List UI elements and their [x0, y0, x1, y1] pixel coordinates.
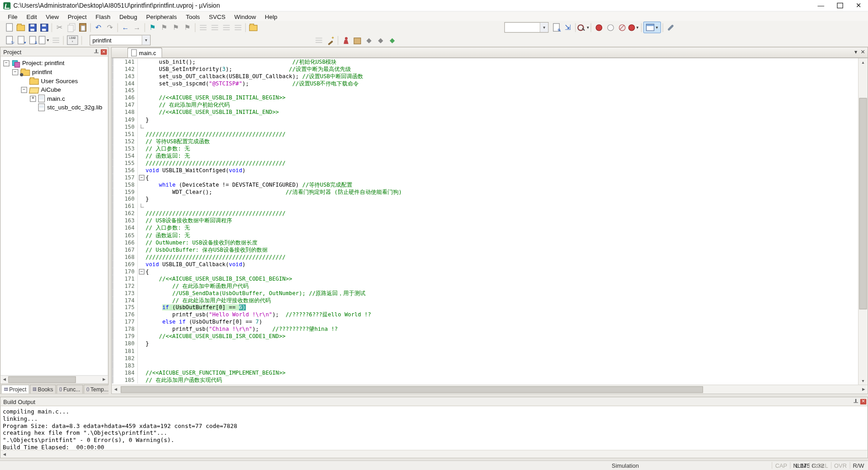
code-text[interactable]: {: [146, 268, 858, 275]
code-text[interactable]: [146, 123, 858, 131]
new-file-button[interactable]: [3, 22, 15, 33]
hscroll-thumb[interactable]: [121, 386, 703, 393]
code-text[interactable]: // 入口参数: 无: [146, 224, 858, 231]
code-text[interactable]: //<<AICUBE_USER_USBLIB_ISR_CODE1_END>>: [146, 333, 858, 340]
code-line-159[interactable]: 159 WDT_Clear(); //清看门狗定时器 (防止硬件自动使能看门狗): [112, 188, 858, 195]
tree-item-stc-usb-cdc-32g-lib[interactable]: stc_usb_cdc_32g.lib: [0, 103, 108, 112]
disable-all-breakpoints-button[interactable]: [616, 22, 628, 33]
fold-margin[interactable]: −: [137, 174, 146, 181]
code-line-166[interactable]: 166// OutNumber: USB设备接收到的数据长度: [112, 239, 858, 246]
code-text[interactable]: // 在此添加用户函数实现代码: [146, 376, 858, 383]
fold-margin[interactable]: −: [137, 268, 146, 275]
fold-margin[interactable]: [137, 131, 146, 138]
code-text[interactable]: // 函数返回: 无: [146, 152, 858, 160]
editor-vscrollbar[interactable]: ▲ ▼: [858, 58, 868, 385]
fold-margin[interactable]: [137, 138, 146, 145]
code-line-169[interactable]: 169void USBLIB_OUT_Callback(void): [112, 260, 858, 268]
code-line-181[interactable]: 181: [112, 347, 858, 354]
find-in-files-button[interactable]: [247, 22, 259, 33]
undo-button[interactable]: ↶: [92, 22, 104, 33]
fold-margin[interactable]: [137, 325, 146, 333]
incremental-find-button[interactable]: ⇲: [562, 22, 574, 33]
code-text[interactable]: if (UsbOutBuffer[0] == 6): [146, 304, 858, 311]
code-text[interactable]: // USB设备接收数据中断回调程序: [146, 217, 858, 224]
code-line-176[interactable]: 176 printf_usb("Hello World !\r\n"); //?…: [112, 311, 858, 318]
menu-view[interactable]: View: [41, 13, 63, 20]
navigate-back-button[interactable]: ←: [119, 22, 131, 33]
code-line-171[interactable]: 171 //<<AICUBE_USER_USBLIB_ISR_CODE1_BEG…: [112, 275, 858, 282]
code-text[interactable]: ////////////////////////////////////////…: [146, 210, 858, 217]
menu-flash[interactable]: Flash: [91, 13, 115, 20]
rebuild-all-button[interactable]: ⇊: [27, 35, 38, 45]
fold-margin[interactable]: [137, 160, 146, 167]
code-line-144[interactable]: 144 set_usb_ispcmd("@STCISP#"); //设置USB不…: [112, 80, 858, 87]
scroll-right-icon[interactable]: ▶: [860, 386, 868, 393]
fold-margin[interactable]: [137, 231, 146, 239]
pin-icon[interactable]: [853, 399, 858, 404]
code-text[interactable]: ////////////////////////////////////////…: [146, 131, 858, 138]
save-button[interactable]: [27, 22, 38, 33]
scroll-up-icon[interactable]: ▲: [859, 58, 868, 66]
fold-margin[interactable]: [137, 145, 146, 152]
code-line-145[interactable]: 145: [112, 87, 858, 94]
code-line-173[interactable]: 173 //USB_SendData(UsbOutBuffer, OutNumb…: [112, 289, 858, 296]
code-line-183[interactable]: 183: [112, 362, 858, 369]
cut-button[interactable]: ✂: [54, 22, 66, 33]
minus-expander-icon[interactable]: −: [12, 69, 18, 75]
fold-margin[interactable]: [137, 109, 146, 116]
code-line-184[interactable]: 184//<<AICUBE_USER_FUNCTION_IMPLEMENT_BE…: [112, 369, 858, 376]
fold-margin[interactable]: [137, 239, 146, 246]
fold-margin[interactable]: [137, 304, 146, 311]
fold-margin[interactable]: [137, 347, 146, 354]
comment-selection-button[interactable]: [220, 22, 232, 33]
unindent-button[interactable]: [197, 22, 209, 33]
menu-peripherals[interactable]: Peripherals: [142, 13, 181, 20]
fold-margin[interactable]: [137, 340, 146, 347]
uncomment-selection-button[interactable]: [232, 22, 244, 33]
fold-margin[interactable]: [137, 58, 146, 66]
select-packs-button[interactable]: ◆: [387, 35, 398, 45]
code-text[interactable]: WDT_Clear(); //清看门狗定时器 (防止硬件自动使能看门狗): [146, 188, 858, 195]
prev-bookmark-button[interactable]: ⚑: [158, 22, 170, 33]
insert-breakpoint-button[interactable]: [593, 22, 604, 33]
minus-expander-icon[interactable]: −: [3, 60, 9, 66]
code-text[interactable]: }: [146, 340, 858, 347]
fold-margin[interactable]: [137, 66, 146, 73]
code-text[interactable]: USB_SetIntPriority(3); //设置中断为最高优先级: [146, 66, 858, 73]
code-line-168[interactable]: 168/////////////////////////////////////…: [112, 253, 858, 260]
build-output-hscrollbar[interactable]: ◀: [0, 450, 868, 458]
tree-item-project-printfint[interactable]: −Project: printfint: [0, 59, 108, 68]
code-line-174[interactable]: 174 // 在此处添加用户处理接收数据的代码: [112, 296, 858, 304]
tab-list-chevron-icon[interactable]: ▾: [854, 49, 857, 55]
enable-disable-breakpoint-button[interactable]: [604, 22, 616, 33]
kill-all-breakpoints-button[interactable]: ▾: [628, 22, 640, 33]
build-output-text[interactable]: compiling main.c...linking...Program Siz…: [0, 406, 868, 450]
fold-margin[interactable]: [137, 289, 146, 296]
tree-item-printfint[interactable]: −printfint: [0, 67, 108, 76]
panel-close-icon[interactable]: ✕: [101, 49, 107, 54]
code-line-151[interactable]: 151/////////////////////////////////////…: [112, 131, 858, 138]
build-button[interactable]: ▾: [15, 35, 27, 45]
code-line-150[interactable]: 150: [112, 123, 858, 131]
chevron-down-icon[interactable]: ▾: [540, 23, 548, 32]
code-text[interactable]: [146, 202, 858, 210]
code-text[interactable]: printf_usb("China !\r\n"); //?????????肈h…: [146, 325, 858, 333]
menu-edit[interactable]: Edit: [22, 13, 42, 20]
code-line-147[interactable]: 147 // 在此添加用户初始化代码: [112, 102, 858, 109]
code-line-146[interactable]: 146 //<<AICUBE_USER_USBLIB_INITIAL_BEGIN…: [112, 94, 858, 102]
code-text[interactable]: [146, 354, 858, 362]
scroll-left-icon[interactable]: ◀: [0, 376, 8, 383]
code-line-170[interactable]: 170−{: [112, 268, 858, 275]
panel-tab-books[interactable]: ▥Books: [30, 385, 56, 394]
code-line-164[interactable]: 164// 入口参数: 无: [112, 224, 858, 231]
tab-close-icon[interactable]: ✕: [861, 49, 865, 55]
fold-margin[interactable]: [137, 217, 146, 224]
code-line-152[interactable]: 152// 等待USB配置完成函数: [112, 138, 858, 145]
code-text[interactable]: void USBLIB_WaitConfiged(void): [146, 166, 858, 174]
code-lines[interactable]: 141 usb_init(); //初始化USB模块142 USB_SetInt…: [112, 58, 858, 385]
find-in-document-button[interactable]: 🔍︎: [550, 22, 562, 33]
code-text[interactable]: // 入口参数: 无: [146, 145, 858, 152]
batch-build-button[interactable]: ▾: [38, 35, 50, 45]
code-text[interactable]: }: [146, 116, 858, 123]
tab-main-c[interactable]: main.c: [127, 47, 162, 57]
